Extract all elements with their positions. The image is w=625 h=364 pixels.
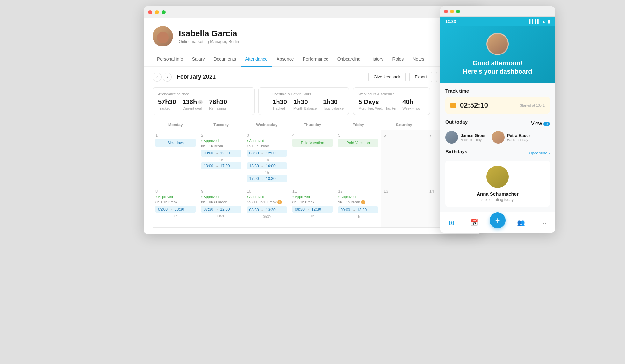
cal-date-9: 9 xyxy=(201,189,241,194)
time-block-9a: 07:30 → 12:00 xyxy=(201,206,241,213)
view-out-link[interactable]: View 9 xyxy=(531,121,550,126)
break-label-12: 9h + 1h Break ! xyxy=(338,200,378,204)
cal-cell-9[interactable]: 9 Approved 8h + 0h30 Break 07:30 → 12:00… xyxy=(198,186,244,228)
mobile-nav-people[interactable]: 👥 xyxy=(514,216,528,230)
cal-cell-11[interactable]: 11 Approved 8h + 1h Break 08:30 → 12:30 … xyxy=(290,186,335,228)
break-label-10: 8h30 + 0h30 Break ! xyxy=(247,200,287,204)
ot-tracked-value: 1h30 xyxy=(272,98,287,106)
tab-onboarding[interactable]: Onboarding xyxy=(333,52,365,67)
cal-cell-6[interactable]: 6 xyxy=(381,130,427,186)
mobile-avatar xyxy=(486,33,509,55)
approved-11: Approved xyxy=(292,195,333,199)
wh-days: 5 Days Mon, Tue, Wed, Thu, Fri xyxy=(358,98,396,110)
overtime-card: ··· Overtime & Deficit Hours 1h30 Tracke… xyxy=(258,87,349,115)
tab-performance[interactable]: Performance xyxy=(298,52,333,67)
mobile-nav-plus[interactable]: + xyxy=(490,212,506,228)
track-time-title: Track time xyxy=(445,88,550,94)
export-button[interactable]: Export xyxy=(409,72,432,82)
time-block-2a: 08:00 → 12:00 xyxy=(201,150,241,157)
profile-role: Onlinemarketing Manager, Berlin xyxy=(179,39,442,44)
cal-cell-4[interactable]: 4 Paid Vacation xyxy=(290,130,335,186)
break-label-11: 8h + 1h Break xyxy=(292,200,333,204)
next-month-button[interactable]: › xyxy=(163,73,172,82)
wh-days-detail: Mon, Tue, Wed, Thu, Fri xyxy=(358,106,396,110)
cal-cell-3[interactable]: 3 Approved 8h + 2h Break 08:30 → 12:30 1… xyxy=(244,130,290,186)
time-block-3c: 17:00 → 18:30 xyxy=(247,175,287,182)
give-feedback-button[interactable]: Give feedback xyxy=(368,72,406,82)
mobile-header: Good afternoon! Here's your dashboard xyxy=(440,26,555,83)
break-spacer-3b: 1h xyxy=(247,171,287,175)
desktop: Isabella Garcia Onlinemarketing Manager,… xyxy=(0,0,625,364)
cal-cell-8[interactable]: 8 Approved 8h + 1h Break 09:00 → 13:30 1… xyxy=(153,186,198,228)
tab-salary[interactable]: Salary xyxy=(188,52,209,67)
time-block-12a: 09:00 → 13:00 xyxy=(338,206,378,213)
overtime-more-button[interactable]: ··· xyxy=(264,92,268,98)
cal-cell-13[interactable]: 13 xyxy=(381,186,427,228)
out-today-section: Out today View 9 James Green Back in 1 d… xyxy=(445,119,550,144)
time-block-3b: 13:30 → 16:00 xyxy=(247,162,287,169)
mobile-nav-grid[interactable]: ⊞ xyxy=(444,216,458,230)
calendar-grid: 1 Sick days 2 Approved 8h + 1h Break 08:… xyxy=(153,130,472,228)
ot-total-balance: 1h30 Total balance xyxy=(323,98,344,110)
app-window: Isabella Garcia Onlinemarketing Manager,… xyxy=(144,6,481,234)
day-monday: Monday xyxy=(153,120,198,130)
mobile-nav-calendar[interactable]: 📅 xyxy=(467,216,481,230)
upcoming-link[interactable]: Upcoming › xyxy=(529,151,550,155)
minimize-window-button[interactable] xyxy=(155,10,159,14)
tab-history[interactable]: History xyxy=(365,52,388,67)
break-spacer-9a: 0h30 xyxy=(201,214,241,218)
approved-9: Approved xyxy=(201,195,241,199)
petra-avatar xyxy=(492,131,505,144)
break-label-3: 8h + 2h Break xyxy=(247,144,287,148)
break-label-9: 8h + 0h30 Break xyxy=(201,200,241,204)
tab-roles[interactable]: Roles xyxy=(388,52,408,67)
cal-cell-5[interactable]: 5 Paid Vacation xyxy=(335,130,381,186)
day-wednesday: Wednesday xyxy=(244,120,290,130)
cal-cell-1[interactable]: 1 Sick days xyxy=(153,130,198,186)
cal-date-12: 12 xyxy=(338,189,378,194)
maximize-window-button[interactable] xyxy=(162,10,166,14)
cal-date-10: 10 xyxy=(247,189,287,194)
tab-notes[interactable]: Notes xyxy=(408,52,429,67)
ot-month-label: Month Balance xyxy=(293,106,317,110)
cal-date-3: 3 xyxy=(247,133,287,138)
calendar: Monday Tuesday Wednesday Thursday Friday… xyxy=(144,120,481,234)
cal-date-8: 8 xyxy=(155,189,196,194)
signal-icon: ▌▌▌▌ xyxy=(529,19,540,24)
prev-month-button[interactable]: ‹ xyxy=(153,73,162,82)
close-window-button[interactable] xyxy=(148,10,152,14)
cal-date-4: 4 xyxy=(292,133,333,138)
tracked-stat: 57h30 Tracked xyxy=(158,98,176,110)
day-saturday: Saturday xyxy=(381,120,427,130)
current-goal-label: Current goal xyxy=(183,106,203,110)
timer-display: 02:52:10 xyxy=(460,101,516,110)
cal-cell-10[interactable]: 10 Approved 8h30 + 0h30 Break ! 08:30 → … xyxy=(244,186,290,228)
info-icon[interactable]: i xyxy=(198,100,203,104)
time-tracker-card[interactable]: 02:52:10 Started at 10:41 xyxy=(445,97,550,114)
tab-personal-info[interactable]: Personal info xyxy=(153,52,188,67)
mobile-panel: 13:33 ▌▌▌▌ ▲ ▮ Good afternoon! Here's yo… xyxy=(440,6,555,233)
mobile-minimize[interactable] xyxy=(450,10,454,13)
tab-documents[interactable]: Documents xyxy=(209,52,241,67)
battery-icon: ▮ xyxy=(548,19,550,24)
tab-absence[interactable]: Absence xyxy=(272,52,298,67)
cal-date-1: 1 xyxy=(155,133,196,138)
remaining-stat: 78h30 Remaining xyxy=(209,98,227,110)
approved-2: Approved xyxy=(201,139,241,143)
ot-month-balance: 1h30 Month Balance xyxy=(293,98,317,110)
cal-cell-12[interactable]: 12 Approved 9h + 1h Break ! 09:00 → 13:0… xyxy=(335,186,381,228)
mobile-maximize[interactable] xyxy=(456,10,460,13)
tab-attendance[interactable]: Attendance xyxy=(241,52,272,67)
cal-cell-2[interactable]: 2 Approved 8h + 1h Break 08:00 → 12:00 1… xyxy=(198,130,244,186)
break-spacer-10a: 0h30 xyxy=(247,215,287,218)
birthdays-header: Birthdays Upcoming › xyxy=(445,149,550,157)
time-block-8a: 09:00 → 13:30 xyxy=(155,206,196,213)
mobile-nav-more[interactable]: ··· xyxy=(537,216,551,230)
mobile-close[interactable] xyxy=(444,10,448,13)
break-spacer-12a: 1h xyxy=(338,215,378,218)
overtime-label: Overtime & Deficit Hours xyxy=(272,92,344,96)
birthday-card: Anna Schumacher is celebrating today! xyxy=(445,161,550,207)
calendar-nav: ‹ › xyxy=(153,73,172,82)
calendar-header: Monday Tuesday Wednesday Thursday Friday… xyxy=(153,120,472,130)
cal-date-2: 2 xyxy=(201,133,241,138)
